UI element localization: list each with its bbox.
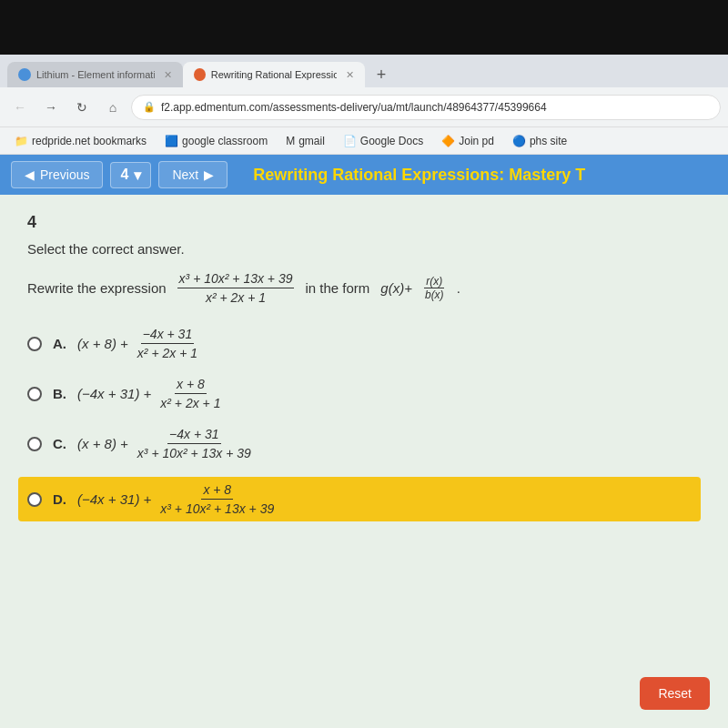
assessment-title-text: Rewriting Rational Expressions: Mastery …: [253, 166, 585, 184]
choice-a-numerator: −4x + 31: [141, 327, 195, 344]
prev-icon: ◀: [25, 167, 35, 182]
previous-button[interactable]: ◀ Previous: [11, 161, 103, 188]
main-fraction: x³ + 10x² + 13x + 39 x² + 2x + 1: [177, 271, 295, 305]
choice-d-numerator: x + 8: [201, 482, 233, 500]
reset-button[interactable]: Reset: [640, 677, 710, 710]
browser-window: Lithium - Element information, p... ✕ Re…: [0, 55, 728, 728]
bookmark-redpride-icon: 📁: [15, 135, 28, 147]
bookmark-google-classroom[interactable]: 🟦 google classroom: [157, 133, 275, 149]
choice-a[interactable]: A. (x + 8) + −4x + 31 x² + 2x + 1: [27, 327, 701, 360]
form-fraction: r(x) b(x): [423, 275, 446, 301]
next-button[interactable]: Next ▶: [158, 161, 228, 188]
tab-bar: Lithium - Element information, p... ✕ Re…: [0, 55, 728, 87]
choice-b-label: B.: [53, 386, 66, 401]
content-area: 4 Select the correct answer. Rewrite the…: [0, 195, 728, 728]
choice-a-main: (x + 8) +: [77, 336, 128, 351]
bookmark-redpride-label: redpride.net bookmarks: [32, 135, 147, 147]
home-button[interactable]: ⌂: [100, 95, 126, 120]
tab-2-label: Rewriting Rational Expressions: [211, 69, 337, 80]
lock-icon: 🔒: [143, 101, 156, 113]
prompt-start: Rewrite the expression: [27, 280, 167, 296]
bookmark-joinpd-label: Join pd: [459, 135, 494, 147]
browser-bezel: [0, 0, 728, 55]
radio-d[interactable]: [27, 492, 42, 507]
choice-c-fraction: −4x + 31 x³ + 10x² + 13x + 39: [136, 427, 253, 460]
bookmark-phs-label: phs site: [530, 135, 567, 147]
choice-d-denominator: x³ + 10x² + 13x + 39: [158, 500, 276, 516]
choice-a-fraction: −4x + 31 x² + 2x + 1: [136, 327, 199, 360]
edmentum-nav-toolbar: ◀ Previous 4 ▾ Next ▶ Rewriting Rational…: [0, 155, 728, 195]
choice-c[interactable]: C. (x + 8) + −4x + 31 x³ + 10x² + 13x + …: [27, 427, 701, 460]
choice-a-denominator: x² + 2x + 1: [136, 344, 199, 360]
tab-1-label: Lithium - Element information, p...: [36, 69, 155, 80]
choice-c-numerator: −4x + 31: [167, 427, 221, 444]
bookmark-gmail[interactable]: M gmail: [278, 133, 332, 149]
url-bar[interactable]: 🔒 f2.app.edmentum.com/assessments-delive…: [131, 95, 721, 120]
bookmark-classroom-label: google classroom: [182, 135, 268, 147]
choice-b-numerator: x + 8: [175, 377, 207, 394]
tab-2-favicon: [194, 68, 206, 81]
forward-button[interactable]: →: [38, 95, 64, 120]
question-number-display: 4: [120, 167, 128, 183]
choice-b-denominator: x² + 2x + 1: [158, 394, 222, 410]
choice-a-content: (x + 8) + −4x + 31 x² + 2x + 1: [77, 327, 199, 360]
tab-1-close[interactable]: ✕: [164, 69, 172, 81]
bookmark-google-docs[interactable]: 📄 Google Docs: [336, 133, 430, 149]
choice-c-label: C.: [53, 436, 66, 451]
radio-c[interactable]: [27, 437, 42, 451]
tab-2[interactable]: Rewriting Rational Expressions ✕: [183, 62, 365, 87]
next-label: Next: [172, 167, 198, 182]
prompt-end: in the form: [305, 280, 369, 296]
form-fraction-denominator: b(x): [423, 288, 446, 301]
refresh-button[interactable]: ↻: [69, 95, 95, 120]
question-selector[interactable]: 4 ▾: [110, 162, 151, 188]
expression-prompt: Rewrite the expression x³ + 10x² + 13x +…: [27, 271, 701, 305]
new-tab-button[interactable]: +: [369, 62, 394, 87]
address-bar: ← → ↻ ⌂ 🔒 f2.app.edmentum.com/assessment…: [0, 87, 728, 127]
form-period: .: [457, 280, 460, 296]
url-text: f2.app.edmentum.com/assessments-delivery…: [161, 101, 547, 114]
bookmark-classroom-icon: 🟦: [165, 135, 178, 147]
choice-b-fraction: x + 8 x² + 2x + 1: [158, 377, 222, 410]
bookmarks-bar: 📁 redpride.net bookmarks 🟦 google classr…: [0, 127, 728, 155]
choice-a-label: A.: [53, 336, 66, 351]
choice-d-content: (−4x + 31) + x + 8 x³ + 10x² + 13x + 39: [77, 482, 276, 516]
tab-1-favicon: [18, 68, 31, 81]
bookmark-phs-icon: 🔵: [512, 135, 526, 147]
tab-2-close[interactable]: ✕: [346, 69, 354, 81]
answer-choices: A. (x + 8) + −4x + 31 x² + 2x + 1 B. (−4…: [27, 327, 701, 521]
next-icon: ▶: [204, 167, 214, 182]
radio-b[interactable]: [27, 387, 42, 401]
bookmark-phs-site[interactable]: 🔵 phs site: [505, 133, 574, 149]
choice-c-content: (x + 8) + −4x + 31 x³ + 10x² + 13x + 39: [77, 427, 253, 460]
bookmark-docs-label: Google Docs: [360, 135, 423, 147]
question-number: 4: [27, 213, 701, 232]
choice-b-content: (−4x + 31) + x + 8 x² + 2x + 1: [77, 377, 222, 410]
question-instruction: Select the correct answer.: [27, 241, 701, 257]
bookmark-join-pd[interactable]: 🔶 Join pd: [434, 133, 501, 149]
choice-c-denominator: x³ + 10x² + 13x + 39: [136, 444, 253, 460]
choice-d-fraction: x + 8 x³ + 10x² + 13x + 39: [158, 482, 276, 516]
choice-b[interactable]: B. (−4x + 31) + x + 8 x² + 2x + 1: [27, 377, 701, 410]
prev-label: Previous: [40, 167, 89, 182]
tab-1[interactable]: Lithium - Element information, p... ✕: [7, 62, 183, 87]
form-gx: g(x)+: [380, 280, 412, 296]
choice-b-main: (−4x + 31) +: [77, 386, 151, 401]
bookmark-gmail-label: gmail: [298, 135, 325, 147]
choice-d-main: (−4x + 31) +: [77, 491, 151, 507]
form-fraction-numerator: r(x): [424, 275, 444, 288]
bookmark-gmail-icon: M: [286, 135, 295, 147]
bookmark-joinpd-icon: 🔶: [441, 135, 455, 147]
radio-a[interactable]: [27, 337, 42, 351]
choice-d[interactable]: D. (−4x + 31) + x + 8 x³ + 10x² + 13x + …: [18, 477, 701, 521]
choice-c-main: (x + 8) +: [77, 436, 128, 451]
choice-d-label: D.: [53, 491, 66, 507]
bookmark-docs-icon: 📄: [343, 135, 357, 147]
main-fraction-numerator: x³ + 10x² + 13x + 39: [177, 271, 295, 288]
assessment-title: Rewriting Rational Expressions: Mastery …: [253, 166, 585, 185]
dropdown-icon: ▾: [134, 167, 141, 184]
bookmark-redpride[interactable]: 📁 redpride.net bookmarks: [7, 133, 154, 149]
back-button[interactable]: ←: [7, 95, 33, 120]
main-fraction-denominator: x² + 2x + 1: [204, 288, 268, 305]
